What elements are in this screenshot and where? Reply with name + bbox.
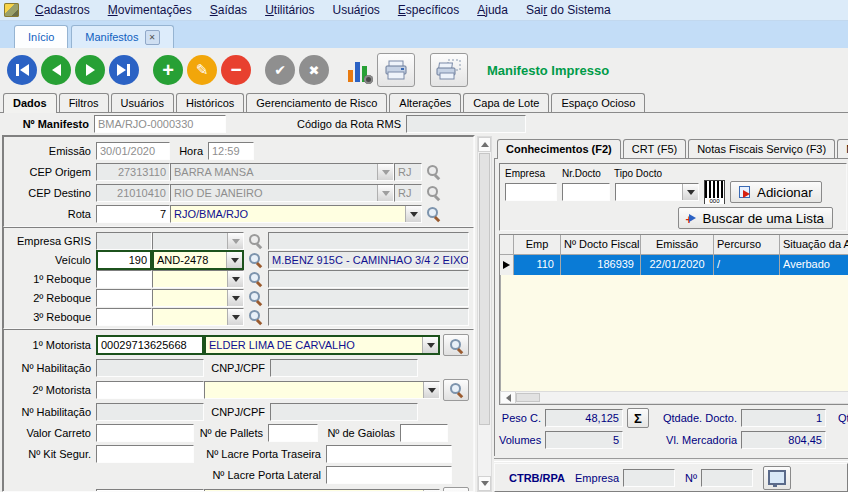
tab-dados[interactable]: Dados [3,93,57,113]
tab-notas-fiscais[interactable]: Notas Fis [837,139,848,158]
lacre-lateral-field[interactable] [326,466,452,484]
scrollbar-thumb[interactable] [479,153,490,425]
chevron-down-icon[interactable] [377,185,393,201]
tab-capa-lote[interactable]: Capa de Lote [463,93,549,112]
search-reboque1-icon[interactable] [247,270,264,287]
motorista2-num-field[interactable] [96,381,204,399]
menu-cadastros[interactable]: Cadastros [27,1,98,19]
reboque3-num-field[interactable] [96,308,152,326]
tab-filtros[interactable]: Filtros [59,93,109,112]
print-preview-button[interactable] [430,53,468,87]
scroll-down-icon[interactable] [478,476,491,491]
pallets-field[interactable] [268,424,318,442]
menu-sair[interactable]: Sair do Sistema [518,1,619,19]
tab-notas-fiscais-servico[interactable]: Notas Fiscais Serviço (F3) [688,139,835,158]
empresa-input[interactable] [505,183,557,201]
chevron-down-icon[interactable] [227,233,243,249]
tipodocto-combo[interactable] [615,183,699,201]
add-button[interactable] [153,55,183,85]
valor-carreto-field[interactable] [96,424,194,442]
grid-row-selected[interactable]: 110 186939 22/01/2020 / Averbado [500,255,848,275]
empresa-gris-combo[interactable] [152,232,244,250]
tab-historicos[interactable]: Históricos [176,93,244,112]
reboque2-combo[interactable] [152,289,244,307]
reboque3-combo[interactable] [152,308,244,326]
chevron-down-icon[interactable] [377,164,393,180]
chevron-down-icon[interactable] [423,382,439,398]
chevron-down-icon[interactable] [405,206,421,222]
motorista1-num-field[interactable]: 00029713625668 [96,335,204,355]
edit-button[interactable] [187,55,217,85]
vertical-scrollbar[interactable] [477,136,492,492]
ctrb-num-field[interactable] [701,469,753,487]
nav-first-button[interactable] [7,55,37,85]
cidade-origem-combo[interactable]: BARRA MANSA [170,163,394,181]
buscar-lista-button[interactable]: Buscar de uma Lista [678,207,834,229]
motorista1-combo[interactable]: ELDER LIMA DE CARVALHO [204,335,440,355]
nav-next-button[interactable] [75,55,105,85]
sum-button[interactable]: Σ [627,408,649,428]
chevron-down-icon[interactable] [227,309,243,325]
search-empresa-gris-icon[interactable] [247,232,264,249]
rota-num-field[interactable]: 7 [96,205,170,223]
rota-rms-field[interactable] [406,115,526,133]
horizontal-scrollbar[interactable] [500,391,848,404]
tab-gerenciamento-risco[interactable]: Gerenciamento de Risco [246,93,387,112]
motorista2-combo[interactable] [204,381,440,399]
chevron-down-icon[interactable] [227,271,243,287]
search-motorista2-button[interactable] [443,379,469,401]
cnpj2-field[interactable] [270,403,418,421]
print-button[interactable] [377,53,415,87]
menu-usuarios[interactable]: Usuários [324,1,387,19]
search-cep-destino-icon[interactable] [425,184,442,201]
cep-destino-field[interactable]: 21010410 [96,184,170,202]
ctrb-empresa-field[interactable] [623,469,675,487]
scroll-left-icon[interactable] [501,392,516,403]
tab-usuarios[interactable]: Usuários [111,93,174,112]
nav-last-button[interactable] [109,55,139,85]
search-reboque2-icon[interactable] [247,289,264,306]
adicionar-button[interactable]: Adicionar [730,181,822,203]
search-motorista1-button[interactable] [443,334,469,356]
delete-button[interactable] [221,55,251,85]
barcode-icon[interactable] [704,180,725,204]
emissao-field[interactable]: 30/01/2020 [96,142,170,160]
cep-origem-field[interactable]: 27313110 [96,163,170,181]
search-veiculo-icon[interactable] [247,251,264,268]
empresa-gris-num-field[interactable] [96,232,152,250]
proprietario-num-field[interactable] [96,489,204,492]
scrollbar-thumb[interactable] [516,393,540,402]
reboque1-combo[interactable] [152,270,244,288]
kit-segur-field[interactable] [96,445,194,463]
menu-utilitarios[interactable]: Utilitários [257,1,322,19]
habilitacao2-field[interactable] [96,403,204,421]
tab-conhecimentos[interactable]: Conhecimentos (F2) [497,139,621,159]
tab-manifestos[interactable]: Manifestos [71,25,173,48]
chevron-down-icon[interactable] [422,337,438,353]
tab-inicio[interactable]: Início [14,25,68,48]
lacre-traseira-field[interactable] [326,445,452,463]
gaiolas-field[interactable] [400,424,448,442]
menu-saidas[interactable]: Saídas [202,1,255,19]
chevron-down-icon[interactable] [227,290,243,306]
menu-movimentacoes[interactable]: Movimentações [100,1,200,19]
veiculo-num-field[interactable]: 190 [96,250,152,270]
reboque2-num-field[interactable] [96,289,152,307]
close-icon[interactable] [145,30,160,45]
manifesto-number-field[interactable]: BMA/RJO-0000330 [94,115,226,133]
ctrb-view-button[interactable] [763,466,791,490]
nrdocto-input[interactable] [562,183,610,201]
hora-field[interactable]: 12:59 [208,142,254,160]
search-rota-icon[interactable] [425,205,442,222]
veiculo-placa-combo[interactable]: AND-2478 [152,250,244,270]
chevron-down-icon[interactable] [226,252,242,268]
confirm-button[interactable] [265,55,295,85]
cancel-button[interactable] [299,55,329,85]
nav-prev-button[interactable] [41,55,71,85]
chevron-down-icon[interactable] [682,184,698,200]
tab-alteracoes[interactable]: Alterações [389,93,461,112]
cidade-destino-combo[interactable]: RIO DE JANEIRO [170,184,394,202]
tab-espaco-ocioso[interactable]: Espaço Ocioso [551,93,645,112]
search-cep-origem-icon[interactable] [425,163,442,180]
menu-especificos[interactable]: Específicos [390,1,467,19]
